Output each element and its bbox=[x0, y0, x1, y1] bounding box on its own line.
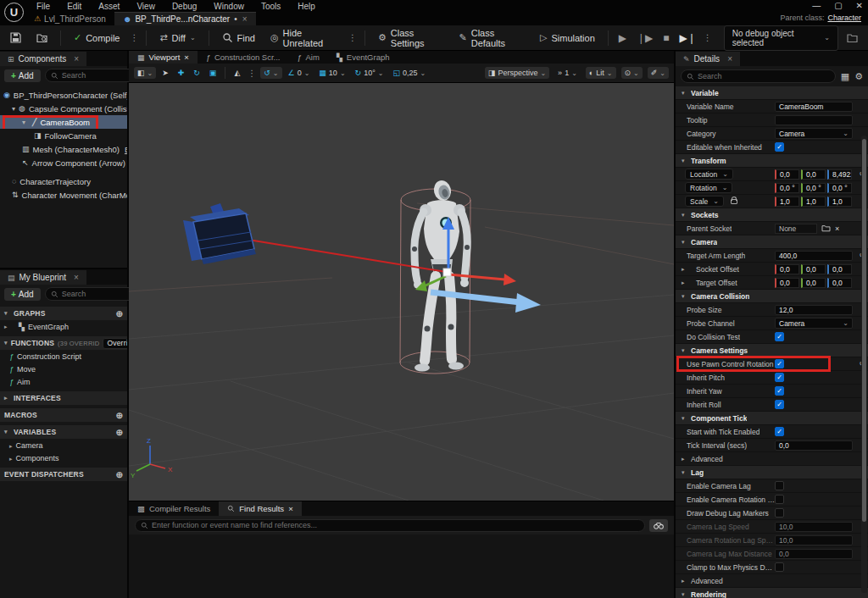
hide-unrelated-options-icon[interactable]: ⋮ bbox=[347, 33, 359, 42]
tab-find-results[interactable]: Find Results × bbox=[219, 501, 301, 516]
section-expand-caret-icon[interactable]: ▾ bbox=[682, 293, 688, 300]
menu-tools[interactable]: Tools bbox=[253, 1, 288, 12]
checkbox[interactable] bbox=[775, 386, 784, 396]
unreal-logo-icon[interactable]: U bbox=[4, 3, 24, 22]
surface-snapping-button[interactable]: ◭ bbox=[231, 67, 243, 79]
z-input[interactable]: 1,0 bbox=[827, 197, 852, 207]
scale-tool[interactable]: ▣ bbox=[206, 67, 220, 79]
simulation-button[interactable]: ▷ Simulation bbox=[533, 29, 602, 47]
section-expand-caret-icon[interactable]: ▾ bbox=[682, 90, 688, 97]
transform-space-dropdown[interactable]: Location⌄ bbox=[685, 169, 733, 180]
rotate-tool[interactable]: ↻ bbox=[190, 67, 203, 79]
add-item-icon[interactable]: ⊕ bbox=[115, 428, 123, 437]
section-expand-caret-icon[interactable]: ▾ bbox=[682, 347, 688, 354]
my-blueprint-row[interactable]: ▾ ▸ MACROS ⌄ ⊕ bbox=[0, 408, 127, 422]
checkbox[interactable] bbox=[775, 481, 784, 490]
debug-object-dropdown[interactable]: No debug object selected⌄ bbox=[724, 25, 838, 51]
component-tree-row[interactable]: ▾ Mesh (CharacterMesh0) Edit in bbox=[0, 142, 127, 156]
expand-caret-icon[interactable]: ▾ bbox=[4, 310, 10, 317]
select-tool[interactable]: ➤ bbox=[159, 67, 172, 79]
value-input[interactable]: 400,0 bbox=[775, 251, 853, 261]
collapse-caret-icon[interactable]: ▸ bbox=[4, 324, 10, 330]
expand-caret-icon[interactable]: ▾ bbox=[4, 340, 8, 346]
move-tool[interactable]: ✚ bbox=[175, 67, 188, 79]
section-expand-caret-icon[interactable]: ▾ bbox=[682, 591, 688, 598]
collapsed-caret-icon[interactable]: ▸ bbox=[682, 456, 688, 462]
edit-in-cpp-link[interactable]: Edit in bbox=[125, 145, 127, 154]
camera-options-dropdown[interactable]: ◧⌄ bbox=[134, 67, 156, 79]
checkbox[interactable] bbox=[775, 400, 784, 409]
z-input[interactable]: 0,0 bbox=[827, 278, 852, 288]
component-tree-row[interactable]: ▾ CameraBoom bbox=[0, 115, 127, 129]
section-expand-caret-icon[interactable]: ▾ bbox=[682, 469, 688, 476]
expand-caret-icon[interactable]: ▾ bbox=[4, 429, 10, 435]
section-expand-caret-icon[interactable]: ▾ bbox=[682, 158, 688, 164]
details-row[interactable]: ▾ ▸ Advanced Advanced⌄ ⌄ bbox=[676, 452, 868, 466]
override-dropdown[interactable]: Override⌄ bbox=[103, 338, 127, 349]
menu-window[interactable]: Window bbox=[206, 1, 252, 12]
hide-unrelated-button[interactable]: ◎ Hide Unrelated bbox=[264, 25, 345, 52]
close-icon[interactable]: × bbox=[184, 53, 189, 62]
tab-construction-script[interactable]: ƒ Construction Scr... bbox=[198, 51, 289, 64]
details-row[interactable]: ▾ ▸ Editable when Inherited Editable whe… bbox=[676, 141, 868, 154]
menu-file[interactable]: File bbox=[29, 1, 58, 12]
collapsed-caret-icon[interactable]: ▸ bbox=[682, 578, 688, 584]
checkbox[interactable] bbox=[775, 508, 784, 518]
details-row[interactable]: ▾ ▸ Start with Tick Enabled Start with T… bbox=[676, 425, 868, 439]
x-input[interactable]: 1,0 bbox=[775, 197, 799, 207]
value-input[interactable]: 12,0 bbox=[775, 305, 853, 315]
details-row[interactable]: ▾ ▸ Camera Collision Camera Collision⌄ ⌄ bbox=[676, 290, 868, 303]
details-row[interactable]: ▾ ▸ Probe Channel Probe Channel⌄ Camera … bbox=[676, 317, 868, 330]
details-row[interactable]: ▾ ▸ Rotation Rotation⌄ ⌄ bbox=[676, 181, 868, 195]
my-blueprint-row[interactable]: ▾ ▸ GRAPHS ⌄ ⊕ bbox=[0, 307, 127, 320]
my-blueprint-row[interactable]: ▾ ▸ Construction Script ⌄ ⊕ bbox=[0, 350, 127, 363]
tab-level-thirdperson[interactable]: ⚠ Lvl_ThirdPerson bbox=[25, 12, 114, 25]
save-button[interactable] bbox=[3, 29, 28, 47]
tab-eventgraph[interactable]: ▚ EventGraph bbox=[328, 51, 398, 64]
my-blueprint-row[interactable]: ▾ ▸ VARIABLES ⌄ ⊕ bbox=[0, 425, 127, 439]
details-row[interactable]: ▾ ▸ Tooltip Tooltip⌄ ⌄ bbox=[676, 114, 868, 127]
display-filter-icon[interactable]: ▦ bbox=[841, 71, 849, 82]
add-component-button[interactable]: +Add bbox=[4, 69, 41, 82]
checkbox[interactable] bbox=[775, 562, 784, 572]
details-row[interactable]: ▾ ▸ Variable Name Variable Name⌄ CameraB… bbox=[676, 100, 868, 114]
add-blueprint-item-button[interactable]: +Add bbox=[4, 288, 41, 301]
play-options-icon[interactable]: ⋮ bbox=[702, 33, 714, 42]
expand-caret-icon[interactable]: ▾ bbox=[22, 119, 29, 126]
scrollbar-thumb[interactable] bbox=[862, 139, 866, 522]
tab-components[interactable]: ⊞ Components × bbox=[0, 52, 86, 66]
add-item-icon[interactable]: ⊕ bbox=[115, 411, 123, 420]
details-row[interactable]: ▾ ▸ Sockets Sockets⌄ ⌄ bbox=[676, 208, 868, 222]
close-button[interactable]: ✕ bbox=[856, 1, 863, 10]
my-blueprint-row[interactable]: ▾ ▸ FUNCTIONS (39 OVERRID Override⌄ ⊕ bbox=[0, 336, 127, 350]
details-row[interactable]: ▾ ▸ Enable Camera Lag Enable Camera Lag⌄… bbox=[676, 479, 868, 493]
details-row[interactable]: ▾ ▸ Tick Interval (secs) Tick Interval (… bbox=[676, 439, 868, 452]
value-dropdown[interactable]: Camera⌄ bbox=[775, 318, 853, 329]
my-blueprint-row[interactable]: ▾ ▸ EVENT DISPATCHERS ⌄ ⊕ bbox=[0, 468, 127, 481]
value-input[interactable]: 10,0 bbox=[775, 535, 853, 545]
details-row[interactable]: ▾ ▸ Category Category⌄ Camera Camera⌄ bbox=[676, 127, 868, 141]
scale-lock-icon[interactable] bbox=[731, 199, 737, 204]
y-input[interactable]: 0,0 bbox=[801, 264, 826, 274]
close-icon[interactable]: × bbox=[74, 54, 79, 64]
checkbox[interactable] bbox=[775, 332, 784, 341]
z-input[interactable]: 8,4922 bbox=[827, 169, 852, 180]
details-row[interactable]: ▾ ▸ Target Arm Length Target Arm Length⌄… bbox=[676, 249, 868, 263]
add-item-icon[interactable]: ⊕ bbox=[115, 309, 123, 318]
find-references-input[interactable] bbox=[152, 521, 639, 529]
find-in-blueprints-button[interactable] bbox=[649, 519, 668, 532]
details-row[interactable]: ▾ ▸ Camera Lag Speed Camera Lag Speed⌄ 1… bbox=[676, 520, 868, 534]
my-blueprint-row[interactable]: ▾ ▸ EventGraph ⌄ ⊕ bbox=[0, 320, 127, 333]
frame-skip-button[interactable]: ❘▶ bbox=[632, 30, 657, 46]
transform-space-dropdown[interactable]: Rotation⌄ bbox=[685, 182, 732, 193]
details-search-input[interactable] bbox=[698, 72, 830, 80]
x-input[interactable]: 0,0 ° bbox=[775, 183, 799, 193]
details-row[interactable]: ▾ ▸ Lag Lag⌄ ⌄ bbox=[676, 466, 868, 479]
stop-button[interactable]: ■ bbox=[659, 30, 673, 46]
rotation-snap-button[interactable]: ↻10°⌄ bbox=[352, 67, 387, 79]
details-row[interactable]: ▾ ▸ Draw Debug Lag Markers Draw Debug La… bbox=[676, 507, 868, 520]
socket-name-box[interactable]: None bbox=[775, 224, 817, 234]
details-row[interactable]: ▾ ▸ Camera Rotation Lag Speed Camera Rot… bbox=[676, 534, 868, 547]
section-expand-caret-icon[interactable]: ▾ bbox=[682, 239, 688, 246]
tab-compiler-results[interactable]: ▩ Compiler Results bbox=[129, 501, 219, 516]
